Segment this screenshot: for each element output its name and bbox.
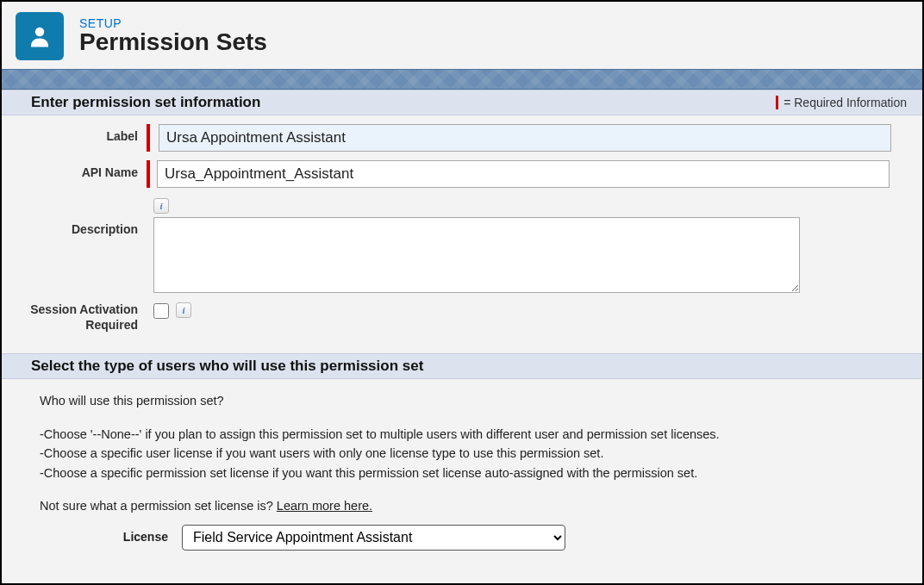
page-title: Permission Sets <box>79 28 267 56</box>
svg-point-0 <box>35 28 45 37</box>
apiname-field-label: API Name <box>17 160 147 179</box>
section2-bullet2: -Choose a specific user license if you w… <box>40 444 888 463</box>
apiname-row: API Name i <box>17 160 907 214</box>
info-icon[interactable]: i <box>153 198 169 214</box>
license-label: License <box>40 528 182 547</box>
user-icon <box>16 12 64 60</box>
required-indicator-icon <box>776 96 778 109</box>
learn-more-link[interactable]: Learn more here. <box>277 499 372 513</box>
session-field-label: Session Activation Required <box>17 302 147 333</box>
decorative-band <box>2 69 922 90</box>
required-legend-text: = Required Information <box>784 96 907 109</box>
section2-title: Select the type of users who will use th… <box>31 358 423 375</box>
section1-header: Enter permission set information = Requi… <box>2 90 922 115</box>
description-field-label: Description <box>17 217 147 236</box>
section2-intro: Who will use this permission set? <box>40 391 888 410</box>
section2-notsure: Not sure what a permission set license i… <box>40 496 888 515</box>
required-legend: = Required Information <box>776 96 907 109</box>
label-row: Label <box>17 124 907 152</box>
session-row: Session Activation Required i <box>17 302 907 333</box>
page-header: SETUP Permission Sets <box>2 2 922 69</box>
form-section: Label API Name i Description Session Act… <box>2 115 922 353</box>
required-marker-icon <box>147 160 150 188</box>
label-field-label: Label <box>17 124 147 143</box>
required-marker-icon <box>147 124 150 152</box>
license-row: License Field Service Appointment Assist… <box>40 525 888 551</box>
label-input[interactable] <box>159 124 891 152</box>
section1-title: Enter permission set information <box>31 94 260 111</box>
section2-bullet1: -Choose '--None--' if you plan to assign… <box>40 425 888 444</box>
section2-header: Select the type of users who will use th… <box>2 353 922 379</box>
description-row: Description <box>17 217 907 293</box>
session-checkbox[interactable] <box>153 303 169 319</box>
description-textarea[interactable] <box>153 217 800 293</box>
header-titles: SETUP Permission Sets <box>79 16 267 56</box>
section2-bullet3: -Choose a specific permission set licens… <box>40 464 888 482</box>
license-select[interactable]: Field Service Appointment Assistant <box>182 525 565 551</box>
notsure-text: Not sure what a permission set license i… <box>40 499 277 513</box>
apiname-input[interactable] <box>157 160 890 188</box>
info-icon[interactable]: i <box>176 302 191 318</box>
section2-body: Who will use this permission set? -Choos… <box>2 379 922 565</box>
